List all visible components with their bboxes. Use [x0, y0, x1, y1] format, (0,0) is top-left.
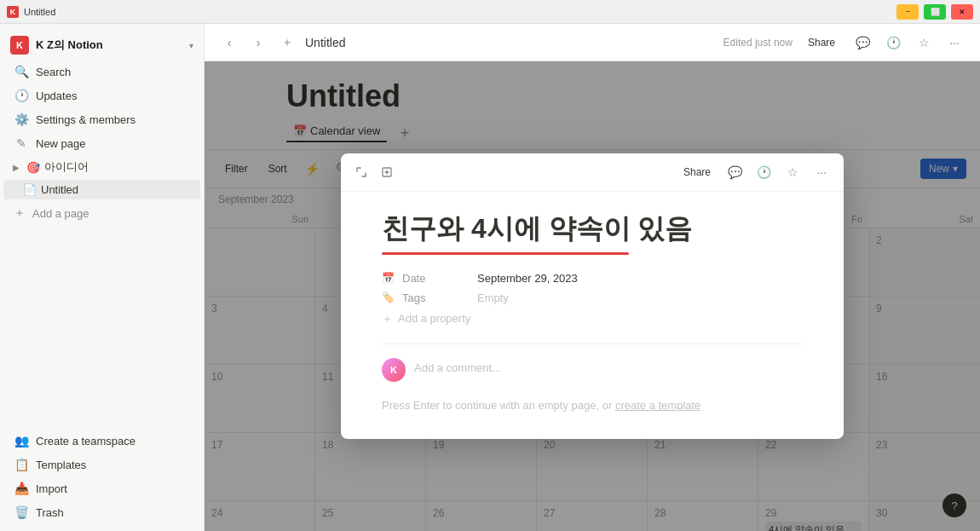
templates-icon: 📋: [14, 458, 29, 471]
close-button[interactable]: ✕: [951, 4, 973, 20]
untitled-label: Untitled: [41, 183, 193, 196]
comment-avatar: K: [382, 358, 406, 382]
modal-comment-button[interactable]: 💬: [723, 160, 747, 184]
plus-icon: ＋: [382, 311, 393, 326]
modal-title[interactable]: 친구와 4시에 약속이 있음: [382, 212, 803, 245]
topbar-right: Edited just now Share 💬 🕐 ☆ ···: [723, 31, 966, 55]
sidebar-item-trash[interactable]: 🗑️ Trash: [3, 501, 200, 523]
modal-topbar-right: Share 💬 🕐 ☆ ···: [677, 160, 833, 184]
import-icon: 📥: [14, 482, 29, 495]
sidebar-item-import[interactable]: 📥 Import: [3, 477, 200, 499]
teamspace-label: Create a teamspace: [36, 435, 190, 447]
settings-label: Settings & members: [36, 113, 190, 126]
modal-expand-button[interactable]: [351, 162, 372, 182]
date-label: Date: [402, 272, 470, 285]
modal-open-page-button[interactable]: [377, 162, 397, 182]
teamspace-icon: 👥: [14, 434, 29, 447]
comment-area: K Add a comment...: [382, 343, 803, 382]
modal-favorite-button[interactable]: ☆: [781, 160, 804, 184]
sidebar-item-new-page[interactable]: ✎ New page: [3, 132, 200, 154]
chevron-right-icon: ▶: [10, 163, 22, 172]
comment-input[interactable]: Add a comment...: [414, 358, 803, 378]
titlebar: K Untitled － ⬜ ✕: [0, 0, 980, 24]
forward-button[interactable]: ›: [247, 32, 269, 54]
search-icon: 🔍: [14, 65, 29, 78]
date-icon: 📅: [382, 272, 395, 284]
titlebar-left: K Untitled: [7, 6, 55, 18]
body-hint-text: Press Enter to continue with an empty pa…: [382, 399, 612, 412]
trash-label: Trash: [36, 506, 190, 519]
back-button[interactable]: ‹: [218, 32, 240, 54]
add-page-label: Add a page: [32, 207, 89, 220]
page-breadcrumb: Untitled: [305, 36, 717, 49]
chevron-down-icon: ▾: [189, 41, 193, 50]
minimize-button[interactable]: －: [896, 4, 919, 20]
body-hint: Press Enter to continue with an empty pa…: [382, 399, 803, 412]
comment-button[interactable]: 💬: [850, 31, 874, 55]
content-area: Untitled 📅 Calendar view ＋ Filter Sort ⚡…: [205, 61, 980, 531]
aidea-label: 아이디어: [44, 159, 193, 175]
sidebar-item-updates[interactable]: 🕐 Updates: [3, 84, 200, 107]
add-property-button[interactable]: ＋ Add a property: [382, 308, 803, 330]
date-value[interactable]: September 29, 2023: [477, 272, 578, 285]
sidebar-item-settings[interactable]: ⚙️ Settings & members: [3, 108, 200, 130]
tags-value[interactable]: Empty: [477, 291, 509, 304]
app-favicon: K: [7, 6, 19, 18]
app-layout: K K Z의 Notion ▾ 🔍 Search 🕐 Updates ⚙️ Se…: [0, 24, 980, 531]
main-topbar: ‹ › ＋ Untitled Edited just now Share 💬 🕐…: [205, 24, 980, 61]
sidebar-add-page[interactable]: ＋ Add a page: [3, 201, 200, 225]
clock-icon: 🕐: [14, 89, 29, 102]
modal-topbar: Share 💬 🕐 ☆ ···: [341, 153, 844, 192]
main-content: ‹ › ＋ Untitled Edited just now Share 💬 🕐…: [205, 24, 980, 531]
favorite-button[interactable]: ☆: [912, 31, 936, 55]
sidebar-item-templates[interactable]: 📋 Templates: [3, 453, 200, 476]
open-page-icon: [381, 166, 393, 178]
plus-icon: ＋: [14, 205, 26, 221]
modal-share-button[interactable]: Share: [677, 163, 718, 182]
date-property-row: 📅 Date September 29, 2023: [382, 268, 803, 288]
sidebar-item-teamspace[interactable]: 👥 Create a teamspace: [3, 430, 200, 452]
history-button[interactable]: 🕐: [881, 31, 905, 55]
aidea-icon: 🎯: [26, 161, 41, 174]
tags-label: Tags: [402, 291, 470, 304]
share-button[interactable]: Share: [799, 33, 844, 52]
workspace-name: K Z의 Notion: [36, 38, 182, 53]
gear-icon: ⚙️: [14, 113, 29, 126]
sidebar-item-untitled[interactable]: 📄 Untitled: [3, 180, 200, 199]
add-page-button[interactable]: ＋: [276, 32, 298, 54]
tags-property-row: 🏷️ Tags Empty: [382, 288, 803, 308]
create-template-link[interactable]: create a template: [615, 399, 700, 412]
templates-label: Templates: [36, 459, 190, 471]
modal-more-button[interactable]: ···: [810, 160, 833, 184]
expand-icon: [355, 166, 367, 178]
titlebar-controls: － ⬜ ✕: [896, 4, 973, 20]
sidebar: K K Z의 Notion ▾ 🔍 Search 🕐 Updates ⚙️ Se…: [0, 24, 205, 531]
workspace-icon: K: [10, 36, 29, 55]
add-property-label: Add a property: [398, 312, 470, 325]
entry-modal: Share 💬 🕐 ☆ ··· 친구와 4시에 약속이 있음: [341, 153, 844, 438]
modal-topbar-left: [351, 162, 397, 182]
workspace-selector[interactable]: K K Z의 Notion ▾: [0, 31, 204, 60]
titlebar-title: Untitled: [24, 7, 55, 17]
edited-label: Edited just now: [723, 37, 793, 49]
sidebar-item-search[interactable]: 🔍 Search: [3, 61, 200, 83]
page-icon: 📄: [22, 183, 37, 196]
title-underline: [382, 252, 629, 255]
modal-history-button[interactable]: 🕐: [752, 160, 775, 184]
trash-icon: 🗑️: [14, 505, 29, 519]
modal-body: 친구와 4시에 약속이 있음 📅 Date September 29, 2023…: [341, 192, 844, 438]
import-label: Import: [36, 482, 190, 495]
tags-icon: 🏷️: [382, 291, 395, 303]
sidebar-item-aidea[interactable]: ▶ 🎯 아이디어: [3, 156, 200, 178]
maximize-button[interactable]: ⬜: [924, 4, 946, 20]
more-options-button[interactable]: ···: [943, 31, 966, 55]
updates-label: Updates: [36, 89, 190, 102]
new-page-label: New page: [36, 137, 190, 150]
plus-icon: ✎: [14, 136, 29, 150]
modal-overlay[interactable]: Share 💬 🕐 ☆ ··· 친구와 4시에 약속이 있음: [205, 61, 980, 531]
search-label: Search: [36, 66, 190, 78]
